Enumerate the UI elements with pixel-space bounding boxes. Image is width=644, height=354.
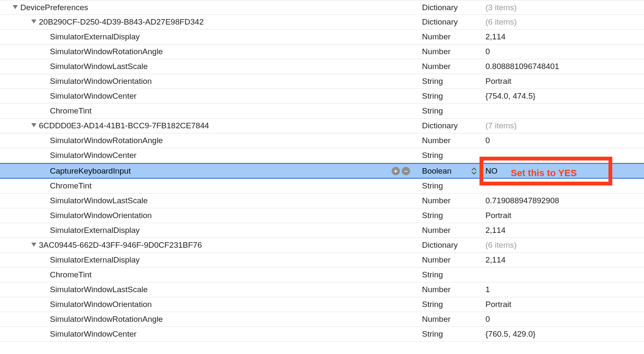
key-cell[interactable]: ChromeTint (0, 104, 422, 118)
value-cell[interactable]: NO (485, 164, 644, 178)
value-cell[interactable]: 2,114 (485, 253, 644, 267)
key-cell[interactable]: 3AC09445-662D-43FF-946F-9D0CF231BF76 (0, 238, 422, 252)
key-cell[interactable]: DevicePreferences (0, 0, 422, 14)
plist-row[interactable]: 6CDDD0E3-AD14-41B1-BCC9-7FB182CE7844Dict… (0, 119, 644, 133)
value-cell[interactable]: (6 items) (485, 238, 644, 252)
key-cell[interactable]: SimulatorWindowRotationAngle (0, 133, 422, 148)
type-cell[interactable]: Number (422, 30, 485, 44)
plist-row[interactable]: SimulatorWindowLastScaleNumber0.80888109… (0, 59, 644, 74)
type-cell[interactable]: Dictionary (422, 119, 485, 133)
key-cell[interactable]: SimulatorWindowOrientation (0, 208, 422, 223)
key-cell[interactable]: SimulatorExternalDisplay (0, 30, 422, 44)
value-cell[interactable] (485, 179, 644, 193)
type-cell[interactable]: String (422, 179, 485, 193)
key-cell[interactable]: SimulatorWindowLastScale (0, 194, 422, 208)
type-cell[interactable]: String (422, 327, 485, 341)
type-cell[interactable]: Boolean (422, 164, 485, 178)
plist-row[interactable]: SimulatorWindowCenterString (0, 148, 644, 163)
value-cell[interactable]: (6 items) (485, 15, 644, 29)
type-cell[interactable]: Dictionary (422, 238, 485, 252)
plist-row[interactable]: SimulatorWindowOrientationStringPortrait (0, 208, 644, 223)
type-cell[interactable]: String (422, 89, 485, 103)
plist-outline[interactable]: DevicePreferencesDictionary(3 items)20B2… (0, 0, 644, 342)
key-cell[interactable]: SimulatorWindowRotationAngle (0, 44, 422, 59)
type-cell[interactable]: String (422, 104, 485, 118)
type-cell[interactable]: Number (422, 194, 485, 208)
key-cell[interactable]: SimulatorWindowRotationAngle (0, 312, 422, 326)
value-cell[interactable]: (7 items) (485, 119, 644, 133)
key-cell[interactable]: 6CDDD0E3-AD14-41B1-BCC9-7FB182CE7844 (0, 119, 422, 133)
type-cell[interactable]: Number (422, 282, 485, 297)
plist-row[interactable]: SimulatorWindowOrientationStringPortrait (0, 74, 644, 89)
type-cell[interactable]: String (422, 268, 485, 282)
key-cell[interactable]: CaptureKeyboardInput+– (0, 164, 422, 178)
disclosure-triangle-icon[interactable] (31, 123, 36, 128)
key-cell[interactable]: SimulatorExternalDisplay (0, 223, 422, 238)
type-cell[interactable]: Number (422, 312, 485, 326)
key-cell[interactable]: 20B290CF-D250-4D39-B843-AD27E98FD342 (0, 15, 422, 29)
value-cell[interactable] (485, 148, 644, 163)
plist-row[interactable]: DevicePreferencesDictionary(3 items) (0, 0, 644, 15)
value-cell[interactable] (485, 268, 644, 282)
disclosure-triangle-icon[interactable] (31, 243, 36, 248)
plist-row[interactable]: SimulatorWindowRotationAngleNumber0 (0, 312, 644, 327)
plist-row[interactable]: SimulatorExternalDisplayNumber2,114 (0, 30, 644, 44)
type-cell[interactable]: String (422, 297, 485, 312)
plist-row[interactable]: ChromeTintString (0, 104, 644, 119)
plist-row[interactable]: SimulatorWindowRotationAngleNumber0 (0, 133, 644, 148)
type-cell[interactable]: String (422, 148, 485, 163)
type-cell[interactable]: Dictionary (422, 15, 485, 29)
remove-row-button[interactable]: – (402, 167, 410, 175)
type-cell[interactable]: Number (422, 59, 485, 74)
value-cell[interactable]: 0.808881096748401 (485, 59, 644, 74)
key-cell[interactable]: SimulatorWindowCenter (0, 148, 422, 163)
disclosure-triangle-icon[interactable] (31, 19, 36, 25)
disclosure-triangle-icon[interactable] (13, 5, 18, 10)
key-cell[interactable]: SimulatorWindowOrientation (0, 74, 422, 88)
plist-row[interactable]: SimulatorWindowRotationAngleNumber0 (0, 44, 644, 59)
plist-row[interactable]: 20B290CF-D250-4D39-B843-AD27E98FD342Dict… (0, 15, 644, 30)
plist-row[interactable]: SimulatorWindowLastScaleNumber1 (0, 282, 644, 297)
key-cell[interactable]: SimulatorWindowCenter (0, 89, 422, 103)
value-cell[interactable]: Portrait (485, 297, 644, 312)
key-cell[interactable]: ChromeTint (0, 179, 422, 193)
value-cell[interactable] (485, 104, 644, 118)
value-cell[interactable]: 2,114 (485, 30, 644, 44)
key-cell[interactable]: SimulatorExternalDisplay (0, 253, 422, 267)
type-cell[interactable]: String (422, 208, 485, 223)
value-cell[interactable]: 2,114 (485, 223, 644, 238)
type-cell[interactable]: Dictionary (422, 0, 485, 14)
value-cell[interactable]: 1 (485, 282, 644, 297)
type-cell[interactable]: Number (422, 133, 485, 148)
key-cell[interactable]: SimulatorWindowLastScale (0, 59, 422, 74)
type-cell[interactable]: Number (422, 44, 485, 59)
value-cell[interactable]: Portrait (485, 74, 644, 88)
value-cell[interactable]: (3 items) (485, 0, 644, 14)
plist-row[interactable]: SimulatorWindowOrientationStringPortrait (0, 297, 644, 312)
value-cell[interactable]: 0.719088947892908 (485, 194, 644, 208)
value-cell[interactable]: {754.0, 474.5} (485, 89, 644, 103)
type-cell[interactable]: Number (422, 253, 485, 267)
value-cell[interactable]: 0 (485, 44, 644, 59)
plist-row[interactable]: SimulatorExternalDisplayNumber2,114 (0, 223, 644, 238)
plist-row[interactable]: SimulatorExternalDisplayNumber2,114 (0, 253, 644, 268)
plist-row[interactable]: SimulatorWindowCenterString{760.5, 429.0… (0, 327, 644, 342)
key-cell[interactable]: ChromeTint (0, 268, 422, 282)
plist-row[interactable]: CaptureKeyboardInput+–BooleanNO (0, 163, 644, 179)
value-cell[interactable]: 0 (485, 133, 644, 148)
key-cell[interactable]: SimulatorWindowLastScale (0, 282, 422, 297)
plist-row[interactable]: 3AC09445-662D-43FF-946F-9D0CF231BF76Dict… (0, 238, 644, 253)
plist-row[interactable]: ChromeTintString (0, 179, 644, 194)
type-stepper[interactable] (471, 168, 477, 174)
plist-row[interactable]: ChromeTintString (0, 268, 644, 282)
value-cell[interactable]: {760.5, 429.0} (485, 327, 644, 341)
key-cell[interactable]: SimulatorWindowCenter (0, 327, 422, 341)
type-cell[interactable]: Number (422, 223, 485, 238)
add-row-button[interactable]: + (392, 167, 400, 175)
value-cell[interactable]: Portrait (485, 208, 644, 223)
type-cell[interactable]: String (422, 74, 485, 88)
key-cell[interactable]: SimulatorWindowOrientation (0, 297, 422, 312)
plist-row[interactable]: SimulatorWindowLastScaleNumber0.71908894… (0, 194, 644, 208)
value-cell[interactable]: 0 (485, 312, 644, 326)
plist-row[interactable]: SimulatorWindowCenterString{754.0, 474.5… (0, 89, 644, 104)
